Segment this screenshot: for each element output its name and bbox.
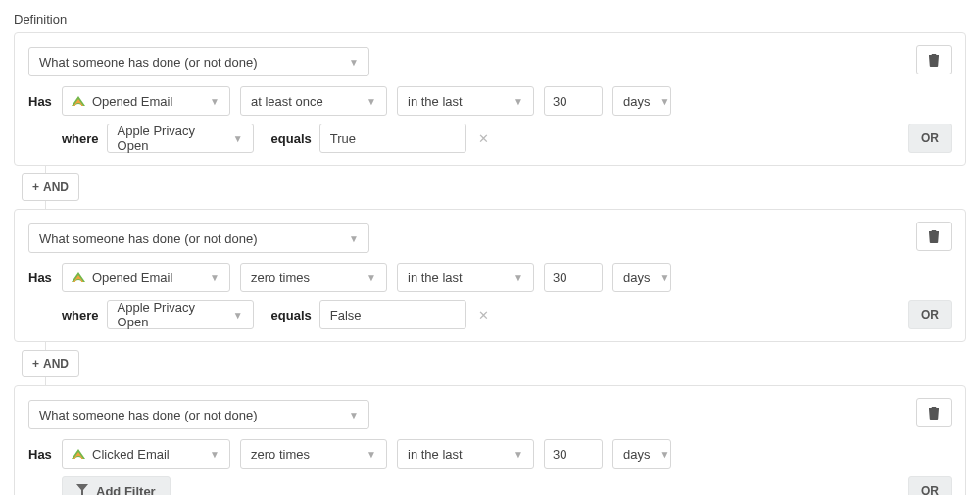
unit-select[interactable]: days ▼ bbox=[612, 439, 671, 469]
where-prop-select[interactable]: Apple Privacy Open ▼ bbox=[107, 300, 254, 329]
timeframe-select[interactable]: in the last ▼ bbox=[397, 439, 534, 469]
delete-button[interactable] bbox=[916, 45, 952, 74]
timeframe-select[interactable]: in the last ▼ bbox=[397, 86, 534, 116]
where-prop-select[interactable]: Apple Privacy Open ▼ bbox=[107, 124, 254, 153]
or-button[interactable]: OR bbox=[908, 476, 952, 495]
equals-label: equals bbox=[271, 308, 312, 322]
condition-block: What someone has done (or not done) ▼ Ha… bbox=[14, 32, 966, 166]
delete-button[interactable] bbox=[916, 222, 952, 251]
and-button[interactable]: +AND bbox=[22, 173, 79, 201]
or-button[interactable]: OR bbox=[908, 124, 952, 153]
and-label: AND bbox=[43, 180, 69, 194]
condition-block: What someone has done (or not done) ▼ Ha… bbox=[14, 385, 966, 495]
chevron-down-icon: ▼ bbox=[349, 233, 359, 244]
chevron-down-icon: ▼ bbox=[514, 96, 523, 107]
delete-button[interactable] bbox=[916, 398, 952, 427]
event-value: Opened Email bbox=[92, 271, 172, 285]
klaviyo-icon bbox=[71, 94, 86, 108]
has-label: Has bbox=[28, 271, 62, 285]
and-button[interactable]: +AND bbox=[22, 350, 79, 377]
chevron-down-icon: ▼ bbox=[233, 310, 243, 321]
where-value-input[interactable]: True bbox=[319, 124, 466, 153]
clear-filter-button[interactable]: ✕ bbox=[474, 308, 493, 322]
chevron-down-icon: ▼ bbox=[349, 410, 359, 421]
frequency-select[interactable]: at least once ▼ bbox=[240, 86, 387, 116]
unit-select[interactable]: days ▼ bbox=[612, 263, 671, 292]
chevron-down-icon: ▼ bbox=[210, 96, 220, 107]
or-button[interactable]: OR bbox=[908, 300, 952, 329]
clear-filter-button[interactable]: ✕ bbox=[474, 131, 493, 146]
klaviyo-icon bbox=[71, 447, 86, 461]
where-label: where bbox=[62, 308, 99, 322]
chevron-down-icon: ▼ bbox=[233, 133, 243, 144]
chevron-down-icon: ▼ bbox=[367, 272, 376, 283]
has-label: Has bbox=[28, 94, 62, 109]
unit-value: days bbox=[623, 94, 650, 109]
count-input[interactable] bbox=[544, 263, 603, 292]
event-value: Clicked Email bbox=[92, 447, 170, 462]
chevron-down-icon: ▼ bbox=[367, 96, 376, 107]
chevron-down-icon: ▼ bbox=[514, 449, 523, 460]
trash-icon bbox=[928, 53, 940, 67]
where-prop-value: Apple Privacy Open bbox=[118, 124, 223, 153]
and-label: AND bbox=[43, 357, 69, 371]
chevron-down-icon: ▼ bbox=[514, 272, 523, 283]
add-filter-button[interactable]: Add Filter bbox=[62, 476, 171, 495]
chevron-down-icon: ▼ bbox=[660, 272, 669, 283]
plus-icon: + bbox=[32, 357, 39, 371]
klaviyo-icon bbox=[71, 271, 86, 284]
frequency-select[interactable]: zero times ▼ bbox=[240, 439, 387, 469]
count-input[interactable] bbox=[544, 86, 603, 116]
where-value-text: True bbox=[330, 131, 356, 146]
where-value-text: False bbox=[330, 308, 362, 322]
plus-icon: + bbox=[32, 180, 39, 194]
connector: +AND bbox=[14, 342, 966, 385]
timeframe-value: in the last bbox=[408, 271, 463, 285]
event-select[interactable]: Opened Email ▼ bbox=[62, 86, 230, 116]
has-label: Has bbox=[28, 447, 62, 462]
trash-icon bbox=[928, 229, 940, 243]
frequency-value: zero times bbox=[251, 271, 310, 285]
where-value-input[interactable]: False bbox=[319, 300, 466, 329]
chevron-down-icon: ▼ bbox=[210, 449, 220, 460]
frequency-select[interactable]: zero times ▼ bbox=[240, 263, 387, 292]
event-select[interactable]: Clicked Email ▼ bbox=[62, 439, 230, 469]
condition-type-value: What someone has done (or not done) bbox=[39, 231, 258, 246]
equals-label: equals bbox=[271, 131, 312, 146]
condition-type-select[interactable]: What someone has done (or not done) ▼ bbox=[28, 47, 369, 76]
filter-icon bbox=[76, 484, 88, 496]
condition-type-select[interactable]: What someone has done (or not done) ▼ bbox=[28, 400, 369, 429]
where-prop-value: Apple Privacy Open bbox=[118, 300, 223, 329]
trash-icon bbox=[928, 406, 940, 420]
condition-type-value: What someone has done (or not done) bbox=[39, 55, 258, 70]
chevron-down-icon: ▼ bbox=[367, 449, 376, 460]
timeframe-value: in the last bbox=[408, 447, 463, 462]
connector: +AND bbox=[14, 166, 966, 209]
timeframe-value: in the last bbox=[408, 94, 463, 109]
event-select[interactable]: Opened Email ▼ bbox=[62, 263, 230, 292]
condition-type-select[interactable]: What someone has done (or not done) ▼ bbox=[28, 223, 369, 253]
frequency-value: at least once bbox=[251, 94, 323, 109]
event-value: Opened Email bbox=[92, 94, 172, 109]
chevron-down-icon: ▼ bbox=[660, 449, 669, 460]
condition-block: What someone has done (or not done) ▼ Ha… bbox=[14, 209, 966, 342]
definition-heading: Definition bbox=[14, 12, 966, 26]
condition-type-value: What someone has done (or not done) bbox=[39, 408, 258, 422]
timeframe-select[interactable]: in the last ▼ bbox=[397, 263, 534, 292]
unit-select[interactable]: days ▼ bbox=[612, 86, 671, 116]
chevron-down-icon: ▼ bbox=[349, 57, 359, 68]
chevron-down-icon: ▼ bbox=[660, 96, 669, 107]
count-input[interactable] bbox=[544, 439, 603, 469]
add-filter-label: Add Filter bbox=[96, 484, 156, 496]
chevron-down-icon: ▼ bbox=[210, 272, 220, 283]
frequency-value: zero times bbox=[251, 447, 310, 462]
unit-value: days bbox=[623, 271, 650, 285]
unit-value: days bbox=[623, 447, 650, 462]
where-label: where bbox=[62, 131, 99, 146]
